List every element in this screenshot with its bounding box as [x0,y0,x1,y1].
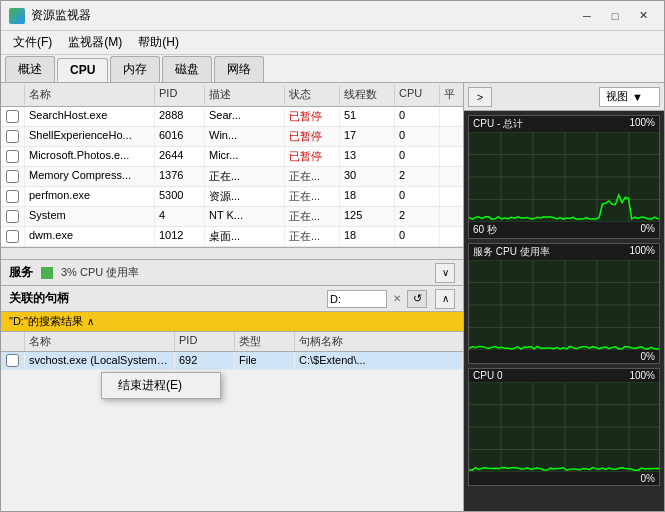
row-name: perfmon.exe [25,187,155,206]
row-pid: 4 [155,207,205,226]
row-cpu: 2 [395,207,440,226]
search-go-button[interactable]: ↺ [407,290,427,308]
col-cpu[interactable]: CPU [395,85,440,104]
chart-cpu-0-max: 100% [629,370,655,381]
row-status: 正在... [285,187,340,206]
col-check[interactable] [1,332,25,351]
row-pid: 5300 [155,187,205,206]
process-table: 名称 PID 描述 状态 线程数 CPU 平 SearchHost.exe 28… [1,83,463,260]
table-row[interactable]: dwm.exe 1012 桌面... 正在... 18 0 [1,227,463,247]
tab-cpu[interactable]: CPU [57,58,108,82]
row-status: 已暂停 [285,107,340,126]
row-check[interactable] [1,187,25,206]
row-check[interactable] [1,147,25,166]
row-name: SearchHost.exe [25,107,155,126]
row-name: Microsoft.Photos.e... [25,147,155,166]
left-panel: 名称 PID 描述 状态 线程数 CPU 平 SearchHost.exe 28… [1,83,464,511]
tab-memory[interactable]: 内存 [110,56,160,82]
handles-bar: 关联的句柄 ✕ ↺ ∧ [1,286,463,312]
row-check[interactable] [1,352,25,369]
table-row[interactable]: SearchHost.exe 2888 Sear... 已暂停 51 0 [1,107,463,127]
row-avg [440,187,463,206]
chart-service-cpu: 服务 CPU 使用率 100% 0% [468,243,660,364]
row-check[interactable] [1,127,25,146]
chart-service-cpu-footer: 0% [469,350,659,363]
col-avg[interactable]: 平 [440,85,463,104]
right-expand-button[interactable]: > [468,87,492,107]
handles-expand-button[interactable]: ∧ [435,289,455,309]
col-threads[interactable]: 线程数 [340,85,395,104]
search-result-caret-icon: ∧ [87,316,94,327]
context-menu-item-end-process[interactable]: 结束进程(E) [102,373,220,398]
tab-network[interactable]: 网络 [214,56,264,82]
col-status[interactable]: 状态 [285,85,340,104]
row-check[interactable] [1,107,25,126]
row-threads: 125 [340,207,395,226]
row-check[interactable] [1,227,25,246]
window-title: 资源监视器 [31,7,91,24]
chart-cpu-total-footer: 60 秒 0% [469,222,659,238]
col-desc[interactable]: 描述 [205,85,285,104]
search-clear-button[interactable]: ✕ [389,290,405,308]
col-name[interactable]: 名称 [25,85,155,104]
col-handle-handle[interactable]: 句柄名称 [295,332,463,351]
table-row[interactable]: Memory Compress... 1376 正在... 正在... 30 2 [1,167,463,187]
chart-cpu-total-title: CPU - 总计 [473,117,523,131]
col-handle-pid[interactable]: PID [175,332,235,351]
tab-overview[interactable]: 概述 [5,56,55,82]
chart-service-cpu-min: 0% [641,351,655,362]
table-row[interactable]: perfmon.exe 5300 资源... 正在... 18 0 [1,187,463,207]
scrollbar[interactable] [1,247,463,259]
row-cpu: 0 [395,107,440,126]
handles-body: svchost.exe (LocalSystemNetw... 692 File… [1,352,463,370]
table-row[interactable]: System 4 NT K... 正在... 125 2 [1,207,463,227]
services-expand-button[interactable]: ∨ [435,263,455,283]
chart-cpu-total-time: 60 秒 [473,223,497,237]
row-handle-handle: C:\$Extend\... [295,352,463,369]
table-row[interactable]: svchost.exe (LocalSystemNetw... 692 File… [1,352,463,370]
menu-file[interactable]: 文件(F) [5,32,60,53]
chart-cpu-total-max: 100% [629,117,655,131]
col-handle-type[interactable]: 类型 [235,332,295,351]
row-pid: 6016 [155,127,205,146]
chart-cpu-0-graph [469,382,659,472]
handles-search-input[interactable] [327,290,387,308]
maximize-button[interactable]: □ [602,6,628,26]
title-controls: ─ □ ✕ [574,6,656,26]
col-check[interactable] [1,85,25,104]
title-bar-left: 资源监视器 [9,7,91,24]
menu-help[interactable]: 帮助(H) [130,32,187,53]
col-pid[interactable]: PID [155,85,205,104]
table-row[interactable]: Microsoft.Photos.e... 2644 Micr... 已暂停 1… [1,147,463,167]
dropdown-arrow-icon: ▼ [632,91,643,103]
minimize-button[interactable]: ─ [574,6,600,26]
row-threads: 51 [340,107,395,126]
chart-cpu-0-header: CPU 0 100% [469,369,659,382]
close-button[interactable]: ✕ [630,6,656,26]
services-cpu-percent: 3% CPU 使用率 [61,265,139,280]
row-threads: 30 [340,167,395,186]
tab-disk[interactable]: 磁盘 [162,56,212,82]
menu-monitor[interactable]: 监视器(M) [60,32,130,53]
row-avg [440,207,463,226]
chart-cpu-total-graph [469,132,659,222]
row-avg [440,227,463,246]
row-check[interactable] [1,207,25,226]
row-name: ShellExperienceHo... [25,127,155,146]
row-desc: Sear... [205,107,285,126]
row-cpu: 0 [395,187,440,206]
handles-section: 关联的句柄 ✕ ↺ ∧ "D:"的搜索结果 ∧ 名称 [1,286,463,511]
app-icon [9,8,25,24]
col-handle-name[interactable]: 名称 [25,332,175,351]
row-pid: 1376 [155,167,205,186]
row-avg [440,167,463,186]
menu-bar: 文件(F) 监视器(M) 帮助(H) [1,31,664,55]
table-row[interactable]: ShellExperienceHo... 6016 Win... 已暂停 17 … [1,127,463,147]
row-check[interactable] [1,167,25,186]
view-dropdown[interactable]: 视图 ▼ [599,87,660,107]
right-toolbar: > 视图 ▼ [464,83,664,111]
chart-cpu-0-title: CPU 0 [473,370,502,381]
row-cpu: 0 [395,227,440,246]
row-status: 正在... [285,207,340,226]
search-result-text: "D:"的搜索结果 [9,314,83,329]
